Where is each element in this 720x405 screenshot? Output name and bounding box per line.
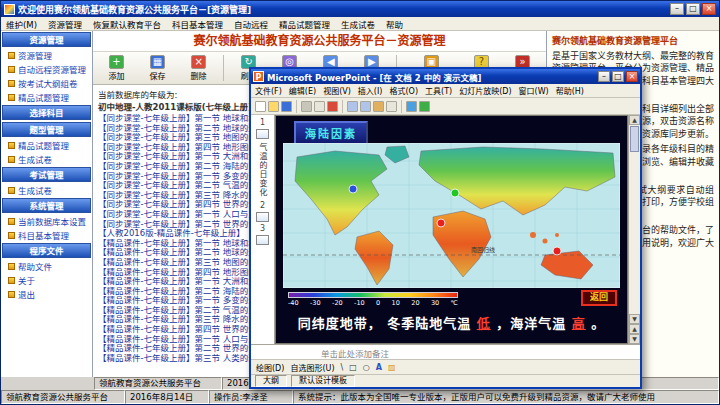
menu-item[interactable]: 维护(M) xyxy=(6,18,37,30)
sidebar-item[interactable]: 资源管理 xyxy=(1,48,92,62)
scroll-up-icon[interactable]: ▲ xyxy=(629,115,640,125)
ppt-menu-item[interactable]: 插入(I) xyxy=(358,85,383,96)
line-tool-icon[interactable]: \ xyxy=(341,363,344,372)
menu-item[interactable]: 自动远程 xyxy=(234,18,268,30)
spelling-icon[interactable] xyxy=(327,101,338,112)
sidebar-item[interactable]: 自动远程资源管理 xyxy=(1,62,92,76)
ppt-close-button[interactable]: × xyxy=(626,71,638,82)
ppt-menu-item[interactable]: 格式(O) xyxy=(389,85,418,96)
menu-item[interactable]: 恢复默认教育平台 xyxy=(93,18,161,30)
ppt-menu-item[interactable]: 编辑(E) xyxy=(289,85,316,96)
scroll-down-icon[interactable]: ▼ xyxy=(629,314,640,324)
ppt-menu-item[interactable]: 窗口(W) xyxy=(519,85,549,96)
legend-label: -40 xyxy=(288,299,299,307)
scrollbar-thumb[interactable] xyxy=(630,126,639,152)
legend-label: 0 xyxy=(376,299,380,307)
caption-emphasis: 高 xyxy=(572,316,586,331)
slide-thumbnail-icon[interactable] xyxy=(256,235,269,245)
slide-scrollbar[interactable]: ▲ ▼ ▲ ▼ xyxy=(628,115,640,344)
sidebar-item[interactable]: 生成试卷 xyxy=(1,152,92,166)
sidebar-item[interactable]: 退出 xyxy=(1,287,92,301)
status-view-label[interactable]: 大纲 xyxy=(255,375,287,387)
slide-number: 1 xyxy=(260,118,265,127)
print-preview-icon[interactable] xyxy=(314,101,325,112)
sidebar-header-program[interactable]: 程序文件 xyxy=(2,243,91,258)
menu-item[interactable]: 资源管理 xyxy=(48,18,82,30)
print-icon[interactable] xyxy=(301,101,312,112)
copy-icon[interactable] xyxy=(360,101,371,112)
undo-icon[interactable] xyxy=(406,101,417,112)
fill-color-icon[interactable]: ▨ xyxy=(388,363,396,372)
return-button[interactable]: 返回 xyxy=(581,290,617,306)
autoshapes-menu[interactable]: 自选图形(U) xyxy=(290,362,334,373)
draw-menu[interactable]: 绘图(D) xyxy=(256,362,284,373)
add-button[interactable]: +添加 xyxy=(97,55,136,81)
sidebar-header-resource[interactable]: 资源管理 xyxy=(2,32,91,47)
sidebar-header-system[interactable]: 系统管理 xyxy=(2,198,91,213)
save-icon[interactable] xyxy=(281,101,292,112)
slide-thumbnail-icon[interactable] xyxy=(256,129,269,139)
sidebar-item-label: 退出 xyxy=(18,288,35,300)
ppt-menu-item[interactable]: 视图(V) xyxy=(323,85,351,96)
ppt-menu-item[interactable]: 工具(T) xyxy=(425,85,452,96)
add-icon: + xyxy=(109,55,124,69)
paste-icon[interactable] xyxy=(373,101,384,112)
menu-item[interactable]: 帮助 xyxy=(386,18,403,30)
slide-thumbnail-icon[interactable] xyxy=(256,212,269,222)
status-tip: 系统提示：此版本为全国唯一专业版本，正版用户可以免费升级到精品资源，敬请广大老师… xyxy=(293,390,719,404)
powerpoint-window: P Microsoft PowerPoint - [在 文档 2 中的 演示文稿… xyxy=(249,67,642,389)
sidebar-header-exam[interactable]: 考试管理 xyxy=(2,167,91,182)
ppt-title-bar: P Microsoft PowerPoint - [在 文档 2 中的 演示文稿… xyxy=(251,69,640,84)
sidebar-item[interactable]: 帮助文件 xyxy=(1,259,92,273)
sidebar-item[interactable]: 按考试大纲组卷 xyxy=(1,76,92,90)
menu-item[interactable]: 生成试卷 xyxy=(341,18,375,30)
oval-tool-icon[interactable]: ○ xyxy=(363,363,370,372)
drawing-toolbar: 绘图(D) 自选图形(U) \ □ ○ A ▨ xyxy=(251,359,640,374)
ppt-window-title: Microsoft PowerPoint - [在 文档 2 中的 演示文稿] xyxy=(267,71,595,83)
sidebar-header-subject[interactable]: 选择科目 xyxy=(2,105,91,120)
ppt-minimize-button[interactable]: – xyxy=(598,71,610,82)
toolbar-separator xyxy=(296,100,297,113)
folder-icon xyxy=(8,80,15,87)
previous-slide-icon[interactable]: ▲ xyxy=(629,324,640,334)
sidebar-item[interactable]: 精品试题管理 xyxy=(1,138,92,152)
folder-icon xyxy=(8,52,15,59)
next-slide-icon[interactable]: ▼ xyxy=(629,334,640,344)
outline-slide-title: 气温的日变化 xyxy=(257,143,268,197)
new-icon[interactable] xyxy=(255,101,266,112)
save-button[interactable]: ▦保存 xyxy=(138,55,177,81)
folder-icon xyxy=(8,291,15,298)
minimize-button[interactable]: – xyxy=(670,3,684,15)
menu-item[interactable]: 科目基本管理 xyxy=(172,18,223,30)
sidebar-item[interactable]: 科目基本管理 xyxy=(1,228,92,242)
sidebar-header-question-type[interactable]: 题型管理 xyxy=(2,122,91,137)
insert-chart-icon[interactable] xyxy=(419,101,430,112)
menu-item[interactable]: 精品试题管理 xyxy=(279,18,330,30)
window-status-bar: 领航教育资源公共服务平台 2016年8月14日 操作员:李泽圣 系统提示：此版本… xyxy=(1,390,719,404)
green-marker-dot xyxy=(451,189,459,197)
button-label: 添加 xyxy=(109,70,125,81)
sidebar-item-label: 按考试大纲组卷 xyxy=(18,77,78,89)
open-icon[interactable] xyxy=(268,101,279,112)
sidebar-item[interactable]: 精品试题管理 xyxy=(1,90,92,104)
folder-icon xyxy=(8,218,15,225)
folder-icon xyxy=(8,187,15,194)
ppt-maximize-button[interactable]: □ xyxy=(612,71,624,82)
delete-button[interactable]: ×删除 xyxy=(179,55,218,81)
rectangle-tool-icon[interactable]: □ xyxy=(349,363,357,372)
sidebar-item[interactable]: 关于 xyxy=(1,273,92,287)
sidebar-item[interactable]: 生成试卷 xyxy=(1,183,92,197)
cut-icon[interactable] xyxy=(347,101,358,112)
ppt-menu-item[interactable]: 幻灯片放映(D) xyxy=(459,85,511,96)
maximize-button[interactable]: □ xyxy=(686,3,700,15)
format-painter-icon[interactable] xyxy=(386,101,397,112)
close-button[interactable]: × xyxy=(702,3,716,15)
ppt-outline-pane[interactable]: 1 气温的日变化 2 3 xyxy=(251,115,275,344)
ppt-menu-item[interactable]: 帮助(H) xyxy=(556,85,584,96)
ppt-toolbar xyxy=(251,98,640,115)
wordart-icon[interactable]: A xyxy=(376,363,382,372)
slide-canvas[interactable]: 海陆因素 xyxy=(276,116,627,343)
notes-pane[interactable]: 单击此处添加备注 xyxy=(251,344,640,359)
ppt-menu-item[interactable]: 文件(F) xyxy=(255,85,282,96)
sidebar-item[interactable]: 当前数据库本设置 xyxy=(1,214,92,228)
